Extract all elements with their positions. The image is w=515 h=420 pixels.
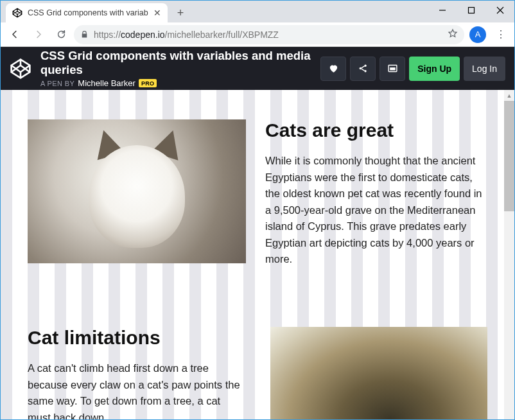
tab-title: CSS Grid components with variab xyxy=(28,8,148,17)
address-bar[interactable]: https://codepen.io/michellebarker/full/X… xyxy=(74,25,464,44)
scrollbar-thumb[interactable] xyxy=(504,101,514,211)
page-viewport: Cats are great While it is commonly thou… xyxy=(1,90,514,419)
browser-tab[interactable]: CSS Grid components with variab ✕ xyxy=(6,3,168,22)
lock-icon xyxy=(80,30,89,39)
reload-button[interactable] xyxy=(51,24,71,45)
svg-point-4 xyxy=(364,70,366,72)
pen-author[interactable]: Michelle Barker xyxy=(78,78,135,88)
cat-image-1 xyxy=(28,119,246,263)
codepen-logo-icon[interactable] xyxy=(10,58,31,80)
section1-heading: Cats are great xyxy=(265,119,487,141)
window-minimize-button[interactable] xyxy=(428,1,457,20)
window-controls xyxy=(428,1,514,20)
window-titlebar: CSS Grid components with variab ✕ + xyxy=(1,1,514,22)
login-button[interactable]: Log In xyxy=(464,57,505,81)
scroll-up-arrow-icon[interactable]: ▲ xyxy=(504,90,514,101)
svg-point-3 xyxy=(364,65,366,67)
bookmark-star-icon[interactable] xyxy=(448,28,458,40)
signup-button[interactable]: Sign Up xyxy=(409,57,460,81)
browser-toolbar: https://codepen.io/michellebarker/full/X… xyxy=(1,22,514,47)
article-section-2: Cat limitations A cat can't climb head f… xyxy=(28,327,246,419)
browser-menu-button[interactable]: ⋮ xyxy=(491,28,511,40)
share-button[interactable] xyxy=(350,57,376,81)
avatar-letter: A xyxy=(475,30,481,39)
pro-badge: PRO xyxy=(139,79,157,87)
svg-point-2 xyxy=(359,67,361,69)
section2-heading: Cat limitations xyxy=(28,327,246,349)
article-grid: Cats are great While it is commonly thou… xyxy=(1,90,514,419)
codepen-header: CSS Grid components with variables and m… xyxy=(1,47,514,90)
pen-title: CSS Grid components with variables and m… xyxy=(40,49,311,77)
window-maximize-button[interactable] xyxy=(457,1,485,20)
cat-image-2 xyxy=(270,327,487,419)
pen-title-block: CSS Grid components with variables and m… xyxy=(40,49,311,88)
new-tab-button[interactable]: + xyxy=(171,4,189,22)
login-label: Log In xyxy=(472,64,497,74)
vertical-scrollbar[interactable]: ▲ xyxy=(504,90,514,419)
forward-button[interactable] xyxy=(28,24,48,45)
article-section-1: Cats are great While it is commonly thou… xyxy=(265,119,487,268)
byline-prefix: A Pen By xyxy=(40,80,74,87)
svg-rect-6 xyxy=(390,67,396,70)
signup-label: Sign Up xyxy=(417,64,451,74)
window-close-button[interactable] xyxy=(485,1,514,20)
codepen-favicon-icon xyxy=(12,8,22,18)
section1-body: While it is commonly thought that the an… xyxy=(265,153,487,268)
tab-close-icon[interactable]: ✕ xyxy=(153,8,161,18)
back-button[interactable] xyxy=(4,24,25,45)
change-view-button[interactable] xyxy=(380,57,405,81)
section2-body: A cat can't climb head first down a tree… xyxy=(28,360,246,419)
love-button[interactable] xyxy=(320,57,346,81)
profile-avatar[interactable]: A xyxy=(469,26,486,43)
pen-byline: A Pen By Michelle Barker PRO xyxy=(40,78,311,88)
svg-rect-1 xyxy=(468,8,474,13)
url-text: https://codepen.io/michellebarker/full/X… xyxy=(94,30,442,40)
codepen-actions: Sign Up Log In xyxy=(320,57,505,81)
